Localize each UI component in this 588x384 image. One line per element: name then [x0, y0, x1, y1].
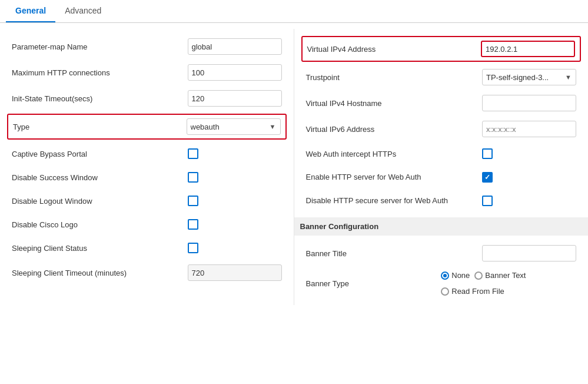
- banner-type-row: Banner Type None Banner Text Read From F…: [306, 266, 577, 300]
- web-auth-intercept-checkbox-wrapper: [482, 148, 576, 159]
- virtual-ipv4-label: Virtual IPv4 Address: [307, 45, 481, 54]
- param-map-name-row: Parameter-map Name: [12, 34, 282, 59]
- right-panel: Virtual IPv4 Address Trustpoint TP-self-…: [294, 29, 589, 305]
- banner-title-input[interactable]: [482, 245, 576, 261]
- banner-type-read-from-file-label: Read From File: [451, 287, 504, 296]
- trustpoint-control: TP-self-signed-3... ▼: [482, 69, 576, 85]
- disable-success-checkbox-wrapper: [188, 172, 282, 183]
- enable-http-server-label: Enable HTTP server for Web Auth: [306, 172, 483, 183]
- disable-cisco-logo-row: Disable Cisco Logo: [12, 213, 282, 236]
- enable-http-server-checkbox[interactable]: [482, 172, 493, 183]
- disable-http-secure-checkbox-wrapper: [482, 196, 576, 206]
- banner-type-label: Banner Type: [306, 279, 441, 288]
- virtual-ipv4-input[interactable]: [481, 41, 575, 57]
- virtual-ipv4-hostname-input[interactable]: [482, 95, 576, 111]
- max-http-control: [188, 64, 282, 81]
- type-select[interactable]: webauth consent webconsent: [187, 118, 281, 135]
- captive-bypass-checkbox-wrapper: [188, 148, 282, 159]
- tab-general[interactable]: General: [6, 0, 55, 22]
- trustpoint-label: Trustpoint: [306, 73, 483, 82]
- disable-logout-label: Disable Logout Window: [12, 197, 188, 206]
- virtual-ipv4-control: [481, 41, 575, 57]
- web-auth-intercept-label: Web Auth intercept HTTPs: [306, 150, 483, 158]
- virtual-ipv6-label: Virtual IPv6 Address: [306, 125, 483, 134]
- sleeping-client-status-checkbox[interactable]: [188, 243, 198, 253]
- banner-title-row: Banner Title: [306, 240, 577, 266]
- disable-success-row: Disable Success Window: [12, 165, 282, 189]
- banner-type-read-from-file[interactable]: Read From File: [441, 287, 504, 296]
- banner-type-read-row: Read From File: [441, 287, 576, 296]
- banner-type-banner-text[interactable]: Banner Text: [474, 271, 526, 280]
- enable-http-server-row: Enable HTTP server for Web Auth: [306, 165, 577, 189]
- banner-config-header: Banner Configuration: [294, 217, 589, 236]
- captive-bypass-label: Captive Bypass Portal: [12, 150, 188, 158]
- sleeping-timeout-input[interactable]: [188, 264, 282, 281]
- disable-cisco-logo-checkbox-wrapper: [188, 219, 282, 230]
- banner-type-none-radio[interactable]: [441, 272, 449, 280]
- init-state-label: Init-State Timeout(secs): [12, 94, 188, 103]
- init-state-control: [188, 90, 282, 107]
- disable-http-secure-label: Disable HTTP secure server for Web Auth: [306, 196, 483, 206]
- main-content: Parameter-map Name Maximum HTTP connecti…: [0, 23, 588, 311]
- param-map-name-input[interactable]: [188, 38, 282, 55]
- banner-title-control: [482, 245, 576, 261]
- sleeping-timeout-row: Sleeping Client Timeout (minutes): [12, 260, 282, 286]
- captive-bypass-checkbox[interactable]: [188, 148, 198, 159]
- trustpoint-row: Trustpoint TP-self-signed-3... ▼: [306, 64, 577, 90]
- disable-success-checkbox[interactable]: [188, 172, 198, 183]
- enable-http-server-checkbox-wrapper: [482, 172, 576, 183]
- virtual-ipv4-hostname-control: [482, 95, 576, 111]
- banner-title-label: Banner Title: [306, 249, 483, 258]
- banner-type-read-from-file-radio[interactable]: [441, 287, 449, 296]
- sleeping-timeout-label: Sleeping Client Timeout (minutes): [12, 269, 188, 277]
- disable-logout-checkbox[interactable]: [188, 196, 198, 206]
- banner-type-banner-text-label: Banner Text: [485, 271, 526, 280]
- captive-bypass-row: Captive Bypass Portal: [12, 142, 282, 165]
- max-http-label: Maximum HTTP connections: [12, 68, 188, 77]
- type-row: Type webauth consent webconsent ▼: [7, 114, 287, 140]
- tabs-container: General Advanced: [0, 0, 588, 23]
- virtual-ipv4-hostname-row: Virtual IPv4 Hostname: [306, 90, 577, 116]
- max-http-row: Maximum HTTP connections: [12, 59, 282, 85]
- max-http-input[interactable]: [188, 64, 282, 81]
- disable-cisco-logo-checkbox[interactable]: [188, 219, 198, 230]
- disable-success-label: Disable Success Window: [12, 173, 188, 182]
- banner-type-none-label: None: [451, 271, 470, 280]
- init-state-input[interactable]: [188, 90, 282, 107]
- left-panel: Parameter-map Name Maximum HTTP connecti…: [0, 29, 294, 305]
- tab-advanced[interactable]: Advanced: [55, 0, 111, 22]
- sleeping-client-status-row: Sleeping Client Status: [12, 236, 282, 260]
- web-auth-intercept-checkbox[interactable]: [482, 148, 493, 159]
- web-auth-intercept-row: Web Auth intercept HTTPs: [306, 142, 577, 165]
- param-map-name-label: Parameter-map Name: [12, 42, 188, 51]
- sleeping-client-status-checkbox-wrapper: [188, 243, 282, 253]
- virtual-ipv6-control: [482, 121, 576, 137]
- type-control: webauth consent webconsent ▼: [187, 118, 281, 135]
- virtual-ipv6-row: Virtual IPv6 Address: [306, 116, 577, 142]
- trustpoint-select[interactable]: TP-self-signed-3...: [482, 69, 576, 85]
- virtual-ipv4-row: Virtual IPv4 Address: [301, 36, 582, 62]
- disable-http-secure-checkbox[interactable]: [482, 196, 493, 206]
- virtual-ipv6-input[interactable]: [482, 121, 576, 137]
- banner-type-options: None Banner Text Read From File: [441, 271, 576, 296]
- virtual-ipv4-hostname-label: Virtual IPv4 Hostname: [306, 99, 483, 108]
- banner-type-banner-text-radio[interactable]: [474, 272, 483, 280]
- sleeping-timeout-control: [188, 264, 282, 281]
- disable-http-secure-row: Disable HTTP secure server for Web Auth: [306, 189, 577, 213]
- init-state-row: Init-State Timeout(secs): [12, 85, 282, 111]
- disable-logout-row: Disable Logout Window: [12, 189, 282, 213]
- type-label: Type: [13, 123, 187, 131]
- param-map-name-control: [188, 38, 282, 55]
- banner-type-none[interactable]: None: [441, 271, 470, 280]
- sleeping-client-status-label: Sleeping Client Status: [12, 244, 188, 253]
- disable-logout-checkbox-wrapper: [188, 196, 282, 206]
- disable-cisco-logo-label: Disable Cisco Logo: [12, 220, 188, 229]
